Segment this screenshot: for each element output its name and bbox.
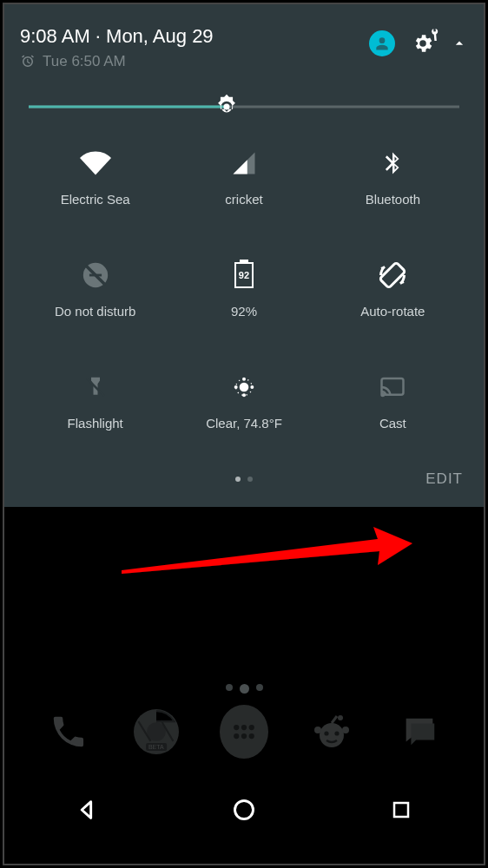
reddit-app[interactable]: [307, 707, 356, 756]
svg-point-22: [338, 715, 343, 720]
system-nav-bar: [9, 780, 479, 839]
svg-point-7: [234, 385, 238, 389]
edit-button[interactable]: EDIT: [425, 470, 463, 488]
alarm-text: Tue 6:50 AM: [43, 53, 126, 70]
svg-point-17: [241, 733, 247, 739]
page-dot: [235, 477, 241, 482]
brightness-slider[interactable]: [29, 95, 459, 119]
svg-point-20: [314, 727, 321, 733]
user-avatar[interactable]: [369, 30, 395, 56]
tile-label: 92%: [231, 304, 257, 319]
page-dot: [247, 477, 253, 482]
flashlight-tile[interactable]: Flashlight: [25, 371, 165, 431]
tile-label: Cast: [379, 416, 406, 431]
home-screen: BETA: [9, 564, 479, 864]
page-dot: [256, 684, 263, 691]
settings-button[interactable]: [411, 31, 435, 56]
home-icon: [232, 798, 256, 822]
home-page-indicator[interactable]: [9, 684, 479, 694]
qs-header: 9:08 AM · Mon, Aug 29 Tue 6:50 AM: [20, 25, 468, 70]
page-dot: [226, 684, 233, 691]
time-date-block[interactable]: 9:08 AM · Mon, Aug 29 Tue 6:50 AM: [20, 25, 369, 70]
signal-icon: [231, 150, 257, 176]
auto-rotate-icon: [377, 260, 408, 291]
header-icons: [369, 30, 468, 56]
qs-footer: EDIT: [20, 462, 468, 496]
svg-point-10: [382, 394, 385, 397]
svg-point-5: [242, 378, 246, 381]
messenger-icon: [399, 712, 439, 752]
slider-fill: [29, 106, 227, 108]
svg-point-18: [249, 733, 254, 739]
svg-rect-26: [394, 803, 408, 817]
svg-point-23: [325, 731, 329, 735]
svg-point-19: [320, 723, 344, 747]
tile-label: Do not disturb: [55, 304, 135, 319]
battery-tile[interactable]: 92 92%: [174, 259, 313, 319]
person-icon: [373, 35, 391, 52]
svg-point-8: [250, 385, 254, 389]
home-button[interactable]: [218, 792, 270, 827]
dnd-off-icon: [81, 260, 110, 290]
svg-point-15: [249, 725, 254, 730]
wifi-tile[interactable]: Electric Sea: [25, 147, 165, 207]
slider-thumb[interactable]: [212, 92, 241, 122]
collapse-icon[interactable]: [451, 35, 468, 52]
back-button[interactable]: [61, 792, 113, 827]
svg-rect-1: [89, 274, 102, 277]
page-dot: [240, 684, 249, 694]
svg-point-24: [335, 731, 340, 735]
reddit-icon: [311, 711, 353, 753]
bluetooth-icon: [379, 150, 406, 176]
svg-point-6: [242, 393, 246, 397]
cellular-tile[interactable]: cricket: [174, 147, 313, 207]
flashlight-off-icon: [82, 374, 109, 400]
weather-tile[interactable]: Clear, 74.8°F: [174, 371, 313, 431]
bluetooth-tile[interactable]: Bluetooth: [323, 147, 463, 207]
cast-tile[interactable]: Cast: [323, 371, 463, 431]
time-date-row: 9:08 AM · Mon, Aug 29: [20, 25, 369, 48]
app-drawer-button[interactable]: [220, 707, 268, 756]
time-text: 9:08 AM: [20, 25, 90, 47]
date-text: Mon, Aug 29: [106, 25, 214, 47]
tile-label: Auto-rotate: [360, 304, 425, 319]
tile-label: Clear, 74.8°F: [206, 416, 282, 431]
recent-icon: [391, 799, 412, 820]
svg-point-25: [234, 801, 253, 819]
tile-label: Flashlight: [68, 416, 123, 431]
dnd-tile[interactable]: Do not disturb: [25, 259, 165, 319]
qs-tiles-grid: Electric Sea cricket Bluetooth Do not di…: [20, 147, 468, 431]
alarm-row[interactable]: Tue 6:50 AM: [20, 53, 369, 70]
alarm-icon: [20, 54, 36, 69]
phone-app[interactable]: [44, 707, 93, 756]
tile-label: cricket: [225, 192, 262, 207]
page-indicator[interactable]: [235, 477, 253, 482]
weather-icon: [230, 373, 258, 401]
separator: ·: [90, 25, 106, 47]
phone-icon: [49, 712, 89, 752]
svg-point-14: [241, 725, 247, 730]
svg-point-21: [342, 727, 349, 733]
battery-icon: 92: [234, 262, 254, 288]
quick-settings-panel: 9:08 AM · Mon, Aug 29 Tue 6:50 AM: [4, 4, 484, 507]
svg-point-13: [234, 725, 239, 730]
cast-icon: [378, 374, 407, 400]
tile-label: Bluetooth: [366, 192, 420, 207]
tile-label: Electric Sea: [61, 192, 130, 207]
auto-rotate-tile[interactable]: Auto-rotate: [323, 259, 463, 319]
svg-point-16: [234, 733, 239, 739]
brightness-icon: [212, 92, 241, 122]
back-icon: [75, 798, 99, 822]
chrome-beta-app[interactable]: BETA: [132, 707, 181, 756]
messenger-app[interactable]: [395, 707, 444, 756]
recent-button[interactable]: [375, 792, 427, 827]
dock: BETA: [9, 707, 479, 756]
apps-icon: [231, 719, 257, 745]
svg-point-3: [240, 383, 249, 392]
wifi-icon: [80, 148, 111, 179]
